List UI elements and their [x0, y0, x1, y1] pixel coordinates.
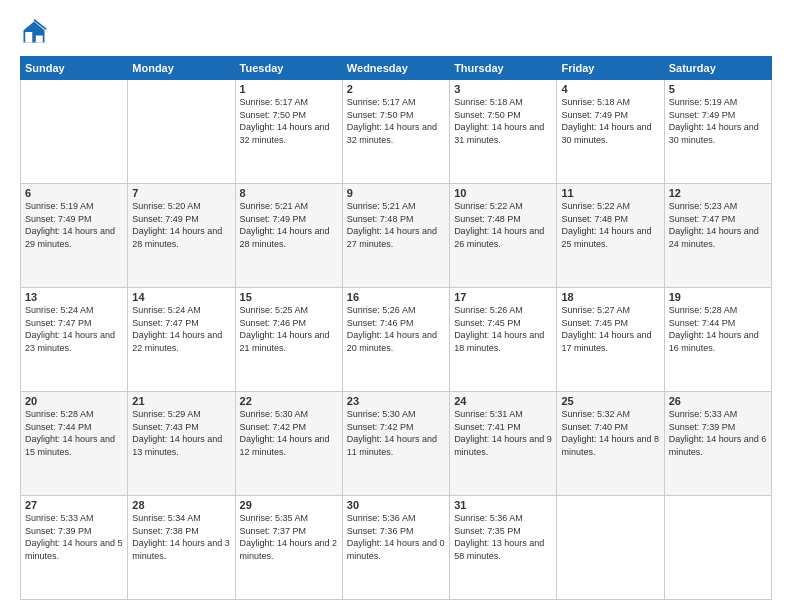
day-info: Sunrise: 5:19 AM Sunset: 7:49 PM Dayligh…	[669, 96, 767, 146]
col-sunday: Sunday	[21, 57, 128, 80]
table-row: 14Sunrise: 5:24 AM Sunset: 7:47 PM Dayli…	[128, 288, 235, 392]
header	[20, 18, 772, 46]
col-wednesday: Wednesday	[342, 57, 449, 80]
day-number: 12	[669, 187, 767, 199]
day-number: 18	[561, 291, 659, 303]
logo	[20, 18, 52, 46]
day-info: Sunrise: 5:36 AM Sunset: 7:35 PM Dayligh…	[454, 512, 552, 562]
day-number: 2	[347, 83, 445, 95]
day-number: 17	[454, 291, 552, 303]
day-number: 9	[347, 187, 445, 199]
day-info: Sunrise: 5:33 AM Sunset: 7:39 PM Dayligh…	[669, 408, 767, 458]
day-number: 22	[240, 395, 338, 407]
day-info: Sunrise: 5:17 AM Sunset: 7:50 PM Dayligh…	[347, 96, 445, 146]
col-thursday: Thursday	[450, 57, 557, 80]
table-row: 13Sunrise: 5:24 AM Sunset: 7:47 PM Dayli…	[21, 288, 128, 392]
table-row: 29Sunrise: 5:35 AM Sunset: 7:37 PM Dayli…	[235, 496, 342, 600]
day-info: Sunrise: 5:21 AM Sunset: 7:48 PM Dayligh…	[347, 200, 445, 250]
day-number: 11	[561, 187, 659, 199]
table-row: 11Sunrise: 5:22 AM Sunset: 7:48 PM Dayli…	[557, 184, 664, 288]
day-number: 26	[669, 395, 767, 407]
table-row: 10Sunrise: 5:22 AM Sunset: 7:48 PM Dayli…	[450, 184, 557, 288]
logo-icon	[20, 18, 48, 46]
day-info: Sunrise: 5:22 AM Sunset: 7:48 PM Dayligh…	[454, 200, 552, 250]
day-number: 19	[669, 291, 767, 303]
day-info: Sunrise: 5:36 AM Sunset: 7:36 PM Dayligh…	[347, 512, 445, 562]
table-row: 12Sunrise: 5:23 AM Sunset: 7:47 PM Dayli…	[664, 184, 771, 288]
day-info: Sunrise: 5:30 AM Sunset: 7:42 PM Dayligh…	[240, 408, 338, 458]
calendar-table: Sunday Monday Tuesday Wednesday Thursday…	[20, 56, 772, 600]
day-number: 10	[454, 187, 552, 199]
table-row: 21Sunrise: 5:29 AM Sunset: 7:43 PM Dayli…	[128, 392, 235, 496]
day-info: Sunrise: 5:21 AM Sunset: 7:49 PM Dayligh…	[240, 200, 338, 250]
table-row: 5Sunrise: 5:19 AM Sunset: 7:49 PM Daylig…	[664, 80, 771, 184]
table-row: 23Sunrise: 5:30 AM Sunset: 7:42 PM Dayli…	[342, 392, 449, 496]
day-info: Sunrise: 5:29 AM Sunset: 7:43 PM Dayligh…	[132, 408, 230, 458]
table-row	[128, 80, 235, 184]
day-number: 7	[132, 187, 230, 199]
calendar-week-row: 27Sunrise: 5:33 AM Sunset: 7:39 PM Dayli…	[21, 496, 772, 600]
col-tuesday: Tuesday	[235, 57, 342, 80]
table-row: 7Sunrise: 5:20 AM Sunset: 7:49 PM Daylig…	[128, 184, 235, 288]
day-info: Sunrise: 5:25 AM Sunset: 7:46 PM Dayligh…	[240, 304, 338, 354]
day-number: 5	[669, 83, 767, 95]
calendar-week-row: 13Sunrise: 5:24 AM Sunset: 7:47 PM Dayli…	[21, 288, 772, 392]
day-info: Sunrise: 5:34 AM Sunset: 7:38 PM Dayligh…	[132, 512, 230, 562]
day-number: 31	[454, 499, 552, 511]
table-row: 18Sunrise: 5:27 AM Sunset: 7:45 PM Dayli…	[557, 288, 664, 392]
day-number: 16	[347, 291, 445, 303]
table-row: 26Sunrise: 5:33 AM Sunset: 7:39 PM Dayli…	[664, 392, 771, 496]
day-info: Sunrise: 5:32 AM Sunset: 7:40 PM Dayligh…	[561, 408, 659, 458]
table-row	[21, 80, 128, 184]
day-info: Sunrise: 5:28 AM Sunset: 7:44 PM Dayligh…	[669, 304, 767, 354]
table-row: 25Sunrise: 5:32 AM Sunset: 7:40 PM Dayli…	[557, 392, 664, 496]
table-row: 22Sunrise: 5:30 AM Sunset: 7:42 PM Dayli…	[235, 392, 342, 496]
table-row: 30Sunrise: 5:36 AM Sunset: 7:36 PM Dayli…	[342, 496, 449, 600]
table-row: 28Sunrise: 5:34 AM Sunset: 7:38 PM Dayli…	[128, 496, 235, 600]
day-number: 30	[347, 499, 445, 511]
calendar-week-row: 20Sunrise: 5:28 AM Sunset: 7:44 PM Dayli…	[21, 392, 772, 496]
table-row: 2Sunrise: 5:17 AM Sunset: 7:50 PM Daylig…	[342, 80, 449, 184]
day-info: Sunrise: 5:31 AM Sunset: 7:41 PM Dayligh…	[454, 408, 552, 458]
day-info: Sunrise: 5:17 AM Sunset: 7:50 PM Dayligh…	[240, 96, 338, 146]
day-info: Sunrise: 5:18 AM Sunset: 7:50 PM Dayligh…	[454, 96, 552, 146]
day-number: 1	[240, 83, 338, 95]
day-number: 29	[240, 499, 338, 511]
table-row: 31Sunrise: 5:36 AM Sunset: 7:35 PM Dayli…	[450, 496, 557, 600]
day-info: Sunrise: 5:27 AM Sunset: 7:45 PM Dayligh…	[561, 304, 659, 354]
day-number: 13	[25, 291, 123, 303]
col-monday: Monday	[128, 57, 235, 80]
day-number: 24	[454, 395, 552, 407]
table-row: 6Sunrise: 5:19 AM Sunset: 7:49 PM Daylig…	[21, 184, 128, 288]
day-info: Sunrise: 5:26 AM Sunset: 7:46 PM Dayligh…	[347, 304, 445, 354]
table-row: 9Sunrise: 5:21 AM Sunset: 7:48 PM Daylig…	[342, 184, 449, 288]
table-row: 3Sunrise: 5:18 AM Sunset: 7:50 PM Daylig…	[450, 80, 557, 184]
table-row: 24Sunrise: 5:31 AM Sunset: 7:41 PM Dayli…	[450, 392, 557, 496]
day-number: 15	[240, 291, 338, 303]
day-number: 27	[25, 499, 123, 511]
day-number: 14	[132, 291, 230, 303]
day-info: Sunrise: 5:30 AM Sunset: 7:42 PM Dayligh…	[347, 408, 445, 458]
day-info: Sunrise: 5:20 AM Sunset: 7:49 PM Dayligh…	[132, 200, 230, 250]
table-row: 1Sunrise: 5:17 AM Sunset: 7:50 PM Daylig…	[235, 80, 342, 184]
day-info: Sunrise: 5:26 AM Sunset: 7:45 PM Dayligh…	[454, 304, 552, 354]
day-info: Sunrise: 5:18 AM Sunset: 7:49 PM Dayligh…	[561, 96, 659, 146]
day-info: Sunrise: 5:24 AM Sunset: 7:47 PM Dayligh…	[132, 304, 230, 354]
table-row: 15Sunrise: 5:25 AM Sunset: 7:46 PM Dayli…	[235, 288, 342, 392]
day-number: 23	[347, 395, 445, 407]
table-row: 8Sunrise: 5:21 AM Sunset: 7:49 PM Daylig…	[235, 184, 342, 288]
svg-rect-3	[36, 36, 43, 43]
day-info: Sunrise: 5:23 AM Sunset: 7:47 PM Dayligh…	[669, 200, 767, 250]
day-number: 25	[561, 395, 659, 407]
table-row: 19Sunrise: 5:28 AM Sunset: 7:44 PM Dayli…	[664, 288, 771, 392]
day-info: Sunrise: 5:33 AM Sunset: 7:39 PM Dayligh…	[25, 512, 123, 562]
day-number: 8	[240, 187, 338, 199]
day-info: Sunrise: 5:22 AM Sunset: 7:48 PM Dayligh…	[561, 200, 659, 250]
day-number: 3	[454, 83, 552, 95]
day-info: Sunrise: 5:24 AM Sunset: 7:47 PM Dayligh…	[25, 304, 123, 354]
day-info: Sunrise: 5:28 AM Sunset: 7:44 PM Dayligh…	[25, 408, 123, 458]
day-number: 20	[25, 395, 123, 407]
table-row: 20Sunrise: 5:28 AM Sunset: 7:44 PM Dayli…	[21, 392, 128, 496]
calendar-week-row: 1Sunrise: 5:17 AM Sunset: 7:50 PM Daylig…	[21, 80, 772, 184]
day-number: 21	[132, 395, 230, 407]
